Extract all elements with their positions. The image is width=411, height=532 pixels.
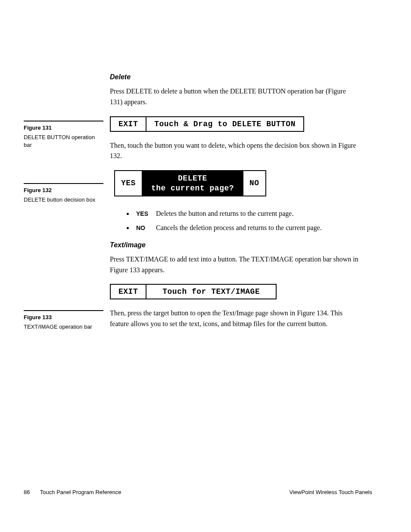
figure-131-caption-block: Figure 131 DELETE BUTTON operation bar (24, 121, 103, 149)
caption-rule (24, 310, 103, 311)
option-text: Deletes the button and returns to the cu… (156, 210, 293, 217)
decision-line2: the current page? (151, 184, 234, 193)
footer-left: 86 Touch Panel Program Reference (24, 489, 121, 495)
yes-button[interactable]: YES (115, 171, 142, 196)
page-number: 86 (24, 489, 30, 495)
footer-right-text: ViewPoint Wireless Touch Panels (290, 489, 372, 495)
figure-132-decision-box: YES DELETE the current page? NO (114, 170, 266, 196)
option-label-no: NO (136, 224, 154, 233)
option-label-yes: YES (136, 209, 154, 219)
figure-caption: DELETE BUTTON operation bar (24, 134, 103, 149)
main-column: Delete Press DELETE to delete a button w… (110, 73, 360, 330)
figure-caption: DELETE button decision box (24, 196, 103, 204)
decision-line1: DELETE (178, 174, 207, 184)
operation-bar-message: Touch & Drag to DELETE BUTTON (146, 117, 303, 131)
decision-message: DELETE the current page? (142, 171, 243, 196)
exit-button[interactable]: EXIT (111, 285, 146, 299)
footer-left-text: Touch Panel Program Reference (40, 489, 121, 495)
option-text: Cancels the deletion process and returns… (156, 224, 322, 231)
list-item: NO Cancels the deletion process and retu… (134, 223, 360, 233)
paragraph: Press DELETE to delete a button when the… (110, 86, 360, 108)
page-footer: 86 Touch Panel Program Reference ViewPoi… (24, 489, 372, 495)
figure-133-operation-bar: EXIT Touch for TEXT/IMAGE (110, 284, 277, 299)
paragraph: Then, touch the button you want to delet… (110, 140, 360, 162)
figure-133-caption-block: Figure 133 TEXT/IMAGE operation bar (24, 310, 103, 331)
no-button[interactable]: NO (243, 171, 265, 196)
paragraph: Press TEXT/IMAGE to add text into a butt… (110, 254, 360, 276)
figure-label: Figure 132 (24, 187, 103, 194)
heading-textimage: Text/image (110, 241, 360, 249)
option-list: YES Deletes the button and returns to th… (134, 208, 360, 233)
exit-button[interactable]: EXIT (111, 117, 146, 131)
caption-rule (24, 183, 103, 184)
list-item: YES Deletes the button and returns to th… (134, 208, 360, 219)
figure-caption: TEXT/IMAGE operation bar (24, 323, 103, 331)
figure-label: Figure 133 (24, 314, 103, 321)
operation-bar-message: Touch for TEXT/IMAGE (146, 285, 276, 299)
figure-131-operation-bar: EXIT Touch & Drag to DELETE BUTTON (110, 116, 304, 132)
figure-132-caption-block: Figure 132 DELETE button decision box (24, 183, 103, 204)
paragraph: Then, press the target button to open th… (110, 308, 360, 330)
caption-rule (24, 121, 103, 121)
document-page: Figure 131 DELETE BUTTON operation bar F… (0, 0, 411, 330)
heading-delete: Delete (110, 73, 360, 81)
figure-label: Figure 131 (24, 124, 103, 132)
